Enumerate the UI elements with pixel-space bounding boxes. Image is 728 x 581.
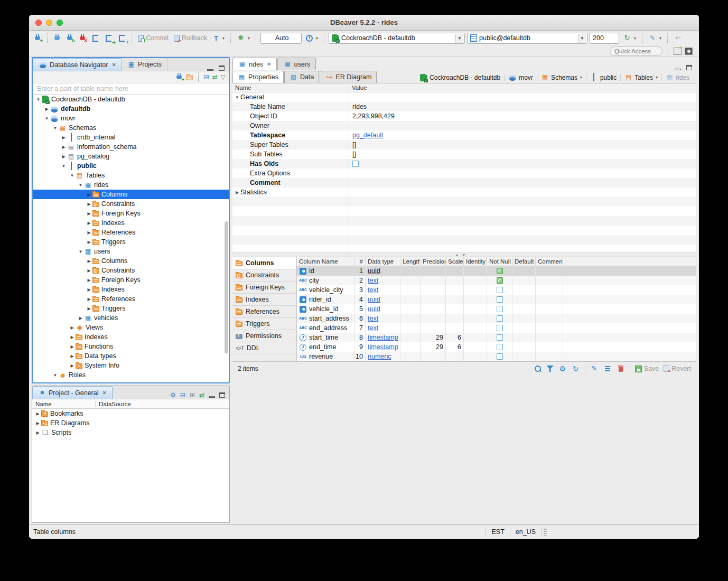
object-tab-triggers[interactable]: Triggers (232, 318, 296, 330)
object-tab-columns[interactable]: Columns (232, 257, 296, 269)
data-type-cell[interactable]: uuid (366, 295, 400, 304)
expander-icon[interactable]: ▼ (43, 116, 50, 121)
data-type-cell[interactable]: uuid (366, 266, 400, 276)
data-type-link[interactable]: text (368, 315, 378, 322)
expander-icon[interactable]: ▶ (86, 240, 92, 245)
close-icon[interactable]: ✕ (267, 61, 271, 67)
property-row-sub-tables[interactable]: Sub Tables[] (232, 149, 696, 159)
data-type-cell[interactable]: text (366, 314, 400, 323)
minimize-panel-icon[interactable] (209, 396, 215, 398)
tab-projects[interactable]: ▣ Projects (122, 58, 167, 71)
splitter-sash[interactable]: ▲▼ (232, 252, 696, 257)
tree-item-users[interactable]: ▼▦users (33, 247, 229, 256)
expander-icon[interactable]: ▶ (69, 344, 76, 349)
chevron-down-icon[interactable]: ▼ (455, 34, 463, 43)
expander-icon[interactable]: ▶ (86, 306, 92, 311)
column-row-city[interactable]: city2text (297, 276, 696, 285)
tree-item-roles[interactable]: ▼☻Roles (33, 370, 229, 380)
data-type-link[interactable]: timestamp (368, 334, 398, 341)
tree-item-constraints[interactable]: ▶Constraints (33, 199, 229, 209)
link-with-editor-icon[interactable]: ⇄ (212, 73, 218, 81)
property-value[interactable]: pg_default (349, 130, 696, 140)
expand-all-icon[interactable]: ⊞ (190, 391, 195, 399)
tree-scrollbar[interactable] (225, 221, 228, 353)
expander-icon[interactable]: ▶ (86, 221, 92, 226)
object-tab-foreign-keys[interactable]: Foreign Keys (232, 282, 296, 294)
grid-header-comment[interactable]: Comment (536, 257, 563, 266)
grid-header-column-name[interactable]: Column Name (297, 257, 355, 266)
new-connection-icon[interactable]: + (175, 73, 183, 81)
tree-item-pg-catalog[interactable]: ▶▤pg_catalog (33, 152, 229, 161)
tree-item-functions[interactable]: ▶Functions (33, 342, 229, 351)
breadcrumb-item-movr[interactable]: movr (506, 74, 536, 81)
expander-icon[interactable]: ▶ (86, 259, 92, 264)
column-row-id[interactable]: id1uuid (297, 266, 696, 276)
data-type-cell[interactable]: uuid (366, 304, 400, 314)
fetch-size-input[interactable]: 200 (590, 33, 619, 44)
expander-icon[interactable]: ▼ (234, 95, 240, 100)
tree-item-rides[interactable]: ▼▦rides (33, 180, 229, 190)
data-type-link[interactable]: uuid (368, 267, 380, 275)
data-type-cell[interactable]: text (366, 323, 400, 333)
data-type-cell[interactable]: numeric (366, 352, 400, 361)
commit-mode-combo[interactable]: Auto (260, 33, 302, 44)
expander-icon[interactable]: ▶ (43, 107, 50, 111)
not-null-cell[interactable] (487, 352, 512, 361)
maximize-panel-icon[interactable] (219, 65, 225, 71)
add-row-icon[interactable] (603, 364, 612, 373)
tree-item-data-types[interactable]: ▶Data types (33, 351, 229, 361)
tree-item-foreign-keys[interactable]: ▶Foreign Keys (33, 275, 229, 285)
close-icon[interactable]: ✕ (102, 390, 106, 396)
data-type-cell[interactable]: timestamp (366, 333, 400, 342)
column-row-rider-id[interactable]: rider_id4uuid (297, 295, 696, 304)
tree-item-defaultdb[interactable]: ▶defaultdb (33, 104, 229, 114)
tree-item-indexes[interactable]: ▶Indexes (33, 218, 229, 228)
object-tab-references[interactable]: References (232, 306, 296, 318)
expander-icon[interactable]: ▶ (86, 192, 92, 197)
property-row-object-id[interactable]: Object ID2,293,998,429 (232, 111, 696, 121)
data-type-link[interactable]: uuid (368, 296, 380, 303)
expander-icon[interactable]: ▶ (234, 190, 240, 195)
tree-item-triggers[interactable]: ▶Triggers (33, 304, 229, 313)
expander-icon[interactable]: ▶ (69, 335, 76, 340)
property-value[interactable] (349, 159, 696, 168)
property-row-owner[interactable]: Owner (232, 121, 696, 130)
open-perspective-icon[interactable] (674, 48, 682, 55)
breadcrumb-item-rides[interactable]: ▦rides (663, 73, 692, 81)
property-row-super-tables[interactable]: Super Tables[] (232, 140, 696, 149)
gear-icon[interactable]: ⚙ (170, 391, 176, 399)
expander-icon[interactable]: ▶ (77, 316, 84, 321)
tree-item-foreign-keys[interactable]: ▶Foreign Keys (33, 209, 229, 218)
maximize-editor-icon[interactable] (686, 65, 692, 70)
tree-item-cockroachdb-defaultdb[interactable]: ▼CockroachDB - defaultdb (33, 95, 229, 104)
grid-header-precision[interactable]: Precision (421, 257, 446, 266)
breadcrumb-item-public[interactable]: public (587, 73, 619, 81)
grid-header-not-null[interactable]: Not Null (487, 257, 512, 266)
breadcrumb-item-cockroachdb-defaultdb[interactable]: CockroachDB - defaultdb (417, 74, 503, 81)
grid-header-scale[interactable]: Scale (446, 257, 464, 266)
tab-database-navigator[interactable]: Database Navigator ✕ (33, 58, 122, 71)
table-filter-input[interactable] (33, 83, 229, 94)
object-tab-permissions[interactable]: Permissions (232, 330, 296, 342)
expander-icon[interactable]: ▼ (52, 373, 59, 378)
breadcrumb-item-tables[interactable]: ▤Tables▾ (622, 73, 660, 81)
rollback-button[interactable]: Rollback (172, 32, 209, 44)
tree-item-crdb-internal[interactable]: ▶crdb_internal (33, 133, 229, 142)
grid-header-default[interactable]: Default (512, 257, 536, 266)
column-row-end-address[interactable]: end_address7text (297, 323, 696, 333)
debug-button[interactable]: ❋▾ (235, 32, 251, 44)
expander-icon[interactable]: ▼ (77, 183, 84, 188)
wand-button[interactable]: ✎▾ (647, 32, 663, 44)
grid-header-identity[interactable]: Identity (464, 257, 487, 266)
tree-item-tables[interactable]: ▼▤Tables (33, 171, 229, 180)
not-null-checkbox[interactable] (497, 315, 503, 322)
sync-compare-icon[interactable]: ↻ (572, 364, 580, 373)
column-row-vehicle-city[interactable]: vehicle_city3text (297, 285, 696, 295)
view-menu-icon[interactable]: ▽ (221, 73, 226, 81)
expander-icon[interactable]: ▶ (86, 287, 92, 292)
undo-navigation-button[interactable]: ↩ (672, 32, 684, 44)
tree-item-system-info[interactable]: ▶System Info (33, 361, 229, 370)
transaction-log-button[interactable]: ▾ (304, 32, 320, 44)
tree-item-vehicles[interactable]: ▶▦vehicles (33, 313, 229, 323)
not-null-checkbox[interactable] (497, 306, 503, 312)
